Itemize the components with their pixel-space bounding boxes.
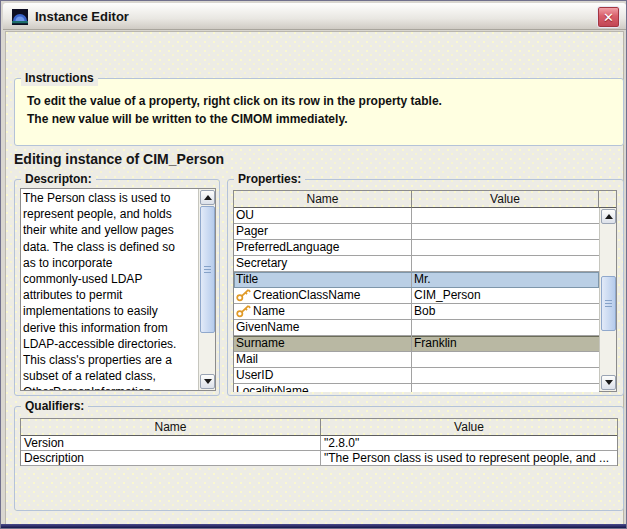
- column-header-name[interactable]: Name: [21, 419, 321, 436]
- property-row[interactable]: CreationClassNameCIM_Person: [234, 288, 599, 304]
- property-row[interactable]: NameBob: [234, 304, 599, 320]
- property-value-cell[interactable]: CIM_Person: [412, 288, 599, 304]
- close-icon[interactable]: ✕: [597, 6, 620, 28]
- arrow-up-icon: [605, 214, 613, 219]
- instructions-text: To edit the value of a property, right c…: [27, 92, 442, 128]
- property-name-cell[interactable]: Secretary: [234, 256, 412, 272]
- description-textarea[interactable]: The Person class is used to represent pe…: [20, 188, 216, 391]
- column-header-value[interactable]: Value: [412, 191, 599, 208]
- header-corner: [599, 191, 616, 208]
- property-row[interactable]: Mail: [234, 352, 599, 368]
- property-name-cell[interactable]: GivenName: [234, 320, 412, 336]
- instructions-panel: Instructions To edit the value of a prop…: [14, 78, 624, 146]
- property-row[interactable]: PreferredLanguage: [234, 240, 599, 256]
- property-value-cell[interactable]: Mr.: [412, 272, 599, 288]
- qualifier-row[interactable]: Version"2.8.0": [21, 436, 617, 451]
- qualifier-value-cell[interactable]: "2.8.0": [321, 436, 617, 451]
- properties-scrollbar[interactable]: [599, 208, 616, 391]
- app-icon: [12, 9, 28, 25]
- scroll-down-button[interactable]: [200, 374, 215, 389]
- qualifiers-table-header: Name Value: [21, 419, 617, 436]
- qualifiers-panel-title: Qualifiers:: [21, 399, 88, 414]
- property-row[interactable]: OU: [234, 208, 599, 224]
- description-scrollbar[interactable]: [198, 189, 215, 390]
- scroll-down-button[interactable]: [601, 375, 616, 390]
- property-name-cell[interactable]: Mail: [234, 352, 412, 368]
- property-row[interactable]: TitleMr.: [234, 272, 599, 288]
- properties-table-header: Name Value: [234, 191, 616, 208]
- properties-table-body: OUPagerPreferredLanguageSecretaryTitleMr…: [234, 208, 599, 392]
- window-bottom-edge: [1, 524, 626, 528]
- property-value-cell[interactable]: Franklin: [412, 336, 599, 352]
- column-header-value[interactable]: Value: [321, 419, 617, 436]
- property-value-cell[interactable]: [412, 256, 599, 272]
- property-name-cell[interactable]: Name: [234, 304, 412, 320]
- qualifiers-table: Name Value Version"2.8.0"Description"The…: [20, 418, 618, 466]
- scroll-up-button[interactable]: [601, 209, 616, 224]
- key-icon: [236, 289, 253, 302]
- instructions-panel-title: Instructions: [21, 71, 98, 86]
- instance-editor-dialog: Instance Editor ✕ Instructions To edit t…: [0, 0, 627, 529]
- page-title: Editing instance of CIM_Person: [14, 151, 224, 167]
- arrow-up-icon: [204, 195, 212, 200]
- property-name-cell[interactable]: Title: [234, 272, 412, 288]
- qualifier-row[interactable]: Description"The Person class is used to …: [21, 451, 617, 466]
- properties-panel: Properties: Name Value OUPagerPreferredL…: [227, 179, 624, 396]
- property-value-cell[interactable]: [412, 320, 599, 336]
- property-value-cell[interactable]: [412, 352, 599, 368]
- property-value-cell[interactable]: [412, 224, 599, 240]
- qualifier-name-cell[interactable]: Description: [21, 451, 321, 466]
- property-row[interactable]: Secretary: [234, 256, 599, 272]
- property-name-cell[interactable]: CreationClassName: [234, 288, 412, 304]
- property-value-cell[interactable]: Bob: [412, 304, 599, 320]
- property-name-cell[interactable]: Pager: [234, 224, 412, 240]
- property-row[interactable]: SurnameFranklin: [234, 336, 599, 352]
- property-row[interactable]: GivenName: [234, 320, 599, 336]
- description-text: The Person class is used to represent pe…: [23, 190, 199, 391]
- scroll-up-button[interactable]: [200, 190, 215, 205]
- qualifiers-table-body: Version"2.8.0"Description"The Person cla…: [21, 436, 617, 466]
- property-name-cell[interactable]: Surname: [234, 336, 412, 352]
- property-row[interactable]: UserID: [234, 368, 599, 384]
- scrollbar-thumb[interactable]: [601, 276, 616, 331]
- arrow-down-icon: [204, 379, 212, 384]
- property-value-cell[interactable]: [412, 240, 599, 256]
- property-name-cell[interactable]: UserID: [234, 368, 412, 384]
- properties-panel-title: Properties:: [234, 172, 305, 187]
- properties-table: Name Value OUPagerPreferredLanguageSecre…: [233, 190, 617, 392]
- property-name-cell[interactable]: OU: [234, 208, 412, 224]
- property-value-cell[interactable]: [412, 368, 599, 384]
- property-row[interactable]: Pager: [234, 224, 599, 240]
- column-header-name[interactable]: Name: [234, 191, 412, 208]
- title-bar[interactable]: Instance Editor ✕: [3, 3, 626, 30]
- property-value-cell[interactable]: [412, 208, 599, 224]
- dialog-content: Instructions To edit the value of a prop…: [5, 31, 624, 526]
- property-name-cell[interactable]: LocalityName: [234, 384, 412, 392]
- scrollbar-thumb[interactable]: [200, 206, 215, 333]
- qualifier-name-cell[interactable]: Version: [21, 436, 321, 451]
- property-value-cell[interactable]: [412, 384, 599, 392]
- key-icon: [236, 305, 253, 318]
- qualifier-value-cell[interactable]: "The Person class is used to represent p…: [321, 451, 617, 466]
- property-row[interactable]: LocalityName: [234, 384, 599, 392]
- qualifiers-panel: Qualifiers: Name Value Version"2.8.0"Des…: [14, 406, 624, 511]
- window-title: Instance Editor: [35, 9, 129, 24]
- property-name-cell[interactable]: PreferredLanguage: [234, 240, 412, 256]
- arrow-down-icon: [605, 380, 613, 385]
- description-panel-title: Descripton:: [21, 172, 96, 187]
- description-panel: Descripton: The Person class is used to …: [14, 179, 220, 396]
